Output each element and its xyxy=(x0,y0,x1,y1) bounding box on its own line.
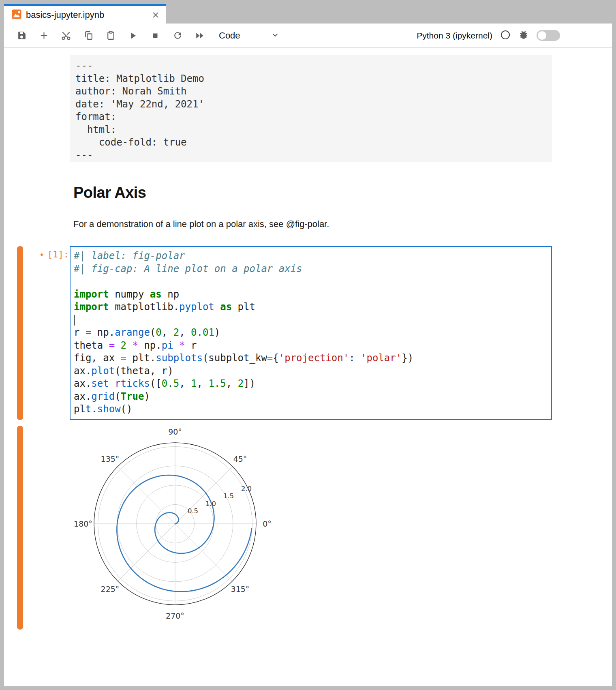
code-cell-collapser[interactable] xyxy=(17,246,23,420)
svg-text:1.0: 1.0 xyxy=(205,500,216,508)
polar-plot-output: 0°45°90°135°180°225°270°315°0.51.01.52.0 xyxy=(66,418,284,633)
copy-icon[interactable] xyxy=(83,30,94,41)
toolbar-right: Python 3 (ipykernel) xyxy=(417,30,560,42)
bug-icon[interactable] xyxy=(518,30,529,42)
kernel-status-icon[interactable] xyxy=(500,30,511,42)
execution-count: [1]: xyxy=(47,249,69,259)
svg-text:0.5: 0.5 xyxy=(188,507,198,515)
svg-text:180°: 180° xyxy=(74,519,92,528)
markdown-heading: Polar Axis xyxy=(73,184,146,201)
raw-cell[interactable]: ---title: Matplotlib Demoauthor: Norah S… xyxy=(70,55,552,162)
markdown-paragraph: For a demonstration of a line plot on a … xyxy=(73,219,329,229)
svg-text:270°: 270° xyxy=(166,611,184,620)
restart-icon[interactable] xyxy=(172,30,183,41)
notebook-tab[interactable]: basics-jupyter.ipynb xyxy=(4,4,166,24)
notebook-toolbar: Code Python 3 (ipykernel) xyxy=(4,24,612,48)
svg-text:135°: 135° xyxy=(101,454,120,463)
cell-type-value: Code xyxy=(219,30,240,41)
add-cell-icon[interactable] xyxy=(38,30,49,41)
notebook-icon xyxy=(11,9,22,21)
paste-icon[interactable] xyxy=(105,30,116,41)
svg-text:45°: 45° xyxy=(233,454,247,463)
svg-text:2.0: 2.0 xyxy=(241,485,252,493)
save-icon[interactable] xyxy=(16,30,27,41)
toggle-switch[interactable] xyxy=(537,30,560,41)
toggle-knob xyxy=(538,31,546,40)
svg-text:315°: 315° xyxy=(231,585,250,594)
toolbar-buttons xyxy=(16,30,205,41)
run-icon[interactable] xyxy=(128,30,138,41)
svg-text:1.5: 1.5 xyxy=(223,492,234,500)
output-collapser[interactable] xyxy=(17,426,23,630)
svg-text:225°: 225° xyxy=(101,585,120,594)
chevron-down-icon xyxy=(271,30,280,41)
svg-text:0°: 0° xyxy=(263,519,272,528)
kernel-name: Python 3 (ipykernel) xyxy=(417,31,492,41)
kernel-busy-dot: • xyxy=(39,250,44,259)
close-icon[interactable] xyxy=(152,11,160,19)
notebook-content: ---title: Matplotlib Demoauthor: Norah S… xyxy=(4,48,612,686)
cut-icon[interactable] xyxy=(61,30,71,41)
cell-type-dropdown[interactable]: Code xyxy=(219,30,280,41)
execution-prompt: •[1]: xyxy=(28,249,69,259)
svg-text:90°: 90° xyxy=(168,427,182,436)
code-cell-editor[interactable]: #| label: fig-polar#| fig-cap: A line pl… xyxy=(70,246,552,420)
fast-forward-icon[interactable] xyxy=(195,30,205,41)
jupyterlab-window: basics-jupyter.ipynb xyxy=(0,0,616,690)
stop-icon[interactable] xyxy=(150,30,160,41)
tab-title: basics-jupyter.ipynb xyxy=(26,10,104,20)
